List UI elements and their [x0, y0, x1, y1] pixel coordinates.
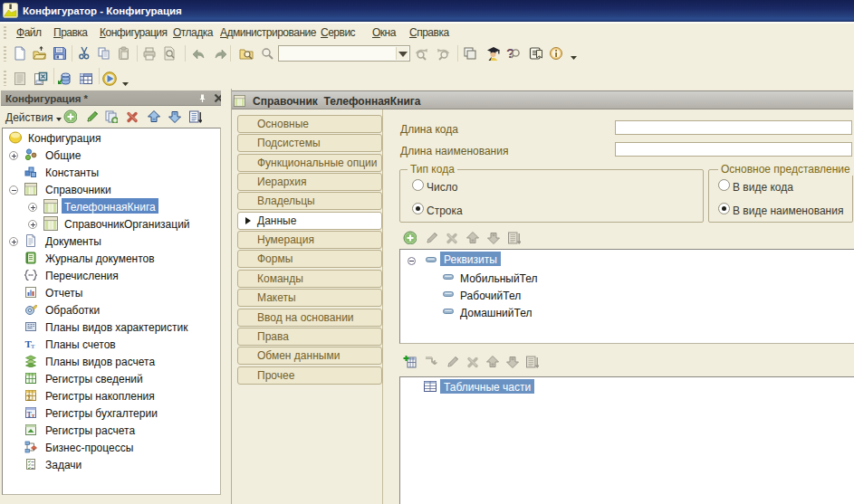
svg-text:т: т	[31, 341, 35, 350]
svg-text:∑: ∑	[27, 394, 32, 401]
